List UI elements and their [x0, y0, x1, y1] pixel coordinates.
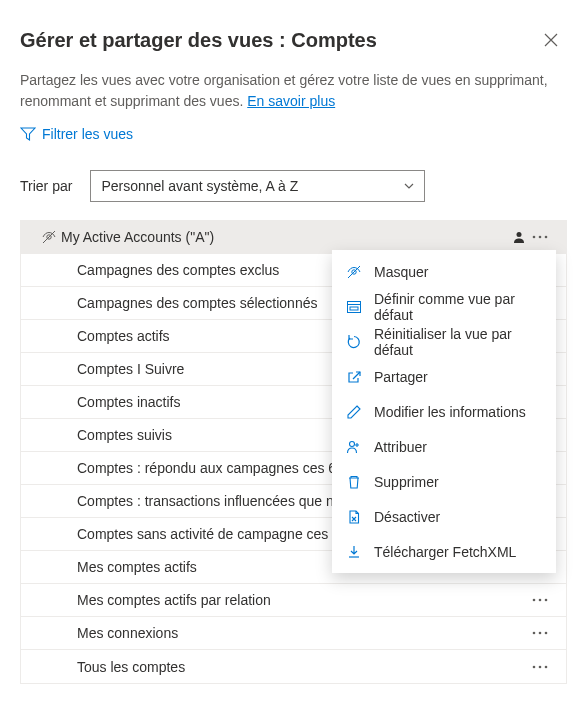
- view-label: My Active Accounts ("A"): [61, 229, 504, 245]
- more-button[interactable]: [526, 588, 554, 612]
- menu-item-label: Réinitialiser la vue par défaut: [374, 326, 542, 358]
- svg-rect-17: [350, 307, 358, 310]
- menu-item-label: Désactiver: [374, 509, 440, 525]
- more-button[interactable]: [526, 655, 554, 679]
- default-icon: [346, 299, 362, 315]
- view-row[interactable]: Tous les comptes: [21, 650, 566, 683]
- svg-point-13: [545, 665, 548, 668]
- svg-point-18: [350, 441, 355, 446]
- dialog-title: Gérer et partager des vues : Comptes: [20, 29, 377, 52]
- svg-point-2: [533, 236, 536, 239]
- filter-views-button[interactable]: Filtrer les vues: [20, 126, 567, 142]
- menu-item-label: Modifier les informations: [374, 404, 526, 420]
- hidden-icon: [41, 229, 61, 245]
- more-icon: [532, 665, 548, 669]
- reset-icon: [346, 334, 362, 350]
- menu-item-edit[interactable]: Modifier les informations: [332, 394, 556, 429]
- menu-item-label: Masquer: [374, 264, 428, 280]
- person-icon: [512, 230, 526, 244]
- delete-icon: [346, 474, 362, 490]
- edit-icon: [346, 404, 362, 420]
- svg-point-4: [545, 236, 548, 239]
- deactivate-icon: [346, 509, 362, 525]
- menu-item-download[interactable]: Télécharger FetchXML: [332, 534, 556, 569]
- more-button[interactable]: [526, 225, 554, 249]
- view-row[interactable]: Mes comptes actifs par relation: [21, 584, 566, 617]
- menu-item-reset[interactable]: Réinitialiser la vue par défaut: [332, 324, 556, 359]
- view-label: Mes connexions: [77, 625, 526, 641]
- menu-item-delete[interactable]: Supprimer: [332, 464, 556, 499]
- sort-label: Trier par: [20, 178, 72, 194]
- svg-point-6: [539, 599, 542, 602]
- menu-item-label: Télécharger FetchXML: [374, 544, 516, 560]
- menu-item-share[interactable]: Partager: [332, 359, 556, 394]
- menu-item-hide[interactable]: Masquer: [332, 254, 556, 289]
- menu-item-default[interactable]: Définir comme vue par défaut: [332, 289, 556, 324]
- menu-item-label: Définir comme vue par défaut: [374, 291, 542, 323]
- close-icon: [544, 33, 558, 47]
- view-row[interactable]: Mes connexions: [21, 617, 566, 650]
- svg-point-12: [539, 665, 542, 668]
- more-button[interactable]: [526, 621, 554, 645]
- sort-select[interactable]: Personnel avant système, A à Z: [90, 170, 425, 202]
- more-icon: [532, 598, 548, 602]
- svg-point-8: [533, 632, 536, 635]
- sort-select-value: Personnel avant système, A à Z: [101, 178, 298, 194]
- svg-point-9: [539, 632, 542, 635]
- menu-item-label: Attribuer: [374, 439, 427, 455]
- svg-point-1: [517, 232, 522, 237]
- svg-point-5: [533, 599, 536, 602]
- more-icon: [532, 235, 548, 239]
- svg-point-7: [545, 599, 548, 602]
- menu-item-label: Supprimer: [374, 474, 439, 490]
- hide-icon: [346, 264, 362, 280]
- filter-label: Filtrer les vues: [42, 126, 133, 142]
- dialog-description: Partagez les vues avec votre organisatio…: [20, 70, 567, 112]
- menu-item-label: Partager: [374, 369, 428, 385]
- menu-item-deactivate[interactable]: Désactiver: [332, 499, 556, 534]
- download-icon: [346, 544, 362, 560]
- view-label: Tous les comptes: [77, 659, 526, 675]
- share-icon: [346, 369, 362, 385]
- svg-point-3: [539, 236, 542, 239]
- context-menu: MasquerDéfinir comme vue par défautRéini…: [332, 250, 556, 573]
- svg-point-11: [533, 665, 536, 668]
- assign-icon: [346, 439, 362, 455]
- view-label: Mes comptes actifs par relation: [77, 592, 526, 608]
- svg-point-10: [545, 632, 548, 635]
- menu-item-assign[interactable]: Attribuer: [332, 429, 556, 464]
- close-button[interactable]: [535, 24, 567, 56]
- filter-icon: [20, 126, 36, 142]
- more-icon: [532, 631, 548, 635]
- learn-more-link[interactable]: En savoir plus: [247, 93, 335, 109]
